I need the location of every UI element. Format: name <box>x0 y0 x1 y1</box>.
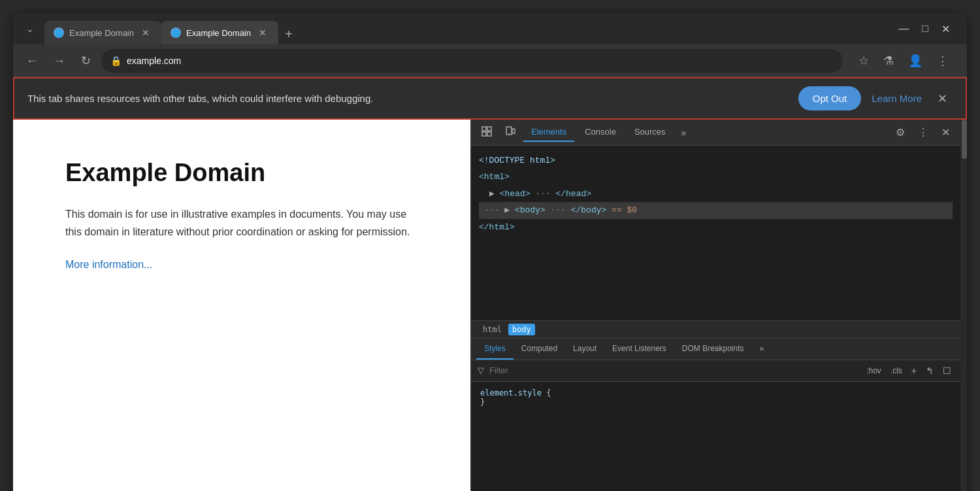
devtools-toolbar: Elements Console Sources » ⚙ ⋮ ✕ <box>471 120 960 146</box>
profile-icon-button[interactable]: 👤 <box>904 50 926 72</box>
inspect-element-icon[interactable] <box>476 122 497 143</box>
dom-line-html: <html> <box>479 169 953 185</box>
filter-add-button[interactable]: + <box>909 364 919 377</box>
more-information-link[interactable]: More information... <box>65 259 152 270</box>
tab-2-close[interactable]: ✕ <box>256 27 269 39</box>
page-content: Example Domain This domain is for use in… <box>13 120 470 491</box>
tab-2-label: Example Domain <box>186 28 251 38</box>
devtools-more-tabs[interactable]: » <box>676 124 692 142</box>
filter-cls[interactable]: .cls <box>888 365 905 376</box>
main-area: Example Domain This domain is for use in… <box>13 120 967 491</box>
address-input-wrap: 🔒 <box>101 49 843 73</box>
styles-tab-more[interactable]: » <box>752 339 772 360</box>
tab-console[interactable]: Console <box>577 123 624 142</box>
scrollbar[interactable] <box>960 120 967 491</box>
styles-tabs-bar: Styles Computed Layout Event Listeners D… <box>471 339 960 360</box>
menu-icon-button[interactable]: ⋮ <box>933 50 953 72</box>
title-bar: ⌄ 🌐 Example Domain ✕ 🌐 Example Domain ✕ … <box>13 13 967 44</box>
filter-new-style-button[interactable]: ↰ <box>923 364 936 377</box>
window-controls: ⌄ <box>18 21 42 37</box>
breadcrumb-bar: html body <box>471 320 960 339</box>
svg-rect-0 <box>482 127 486 131</box>
svg-rect-2 <box>487 127 491 131</box>
page-body-text: This domain is for use in illustrative e… <box>65 205 418 241</box>
styles-content: element.style { } <box>471 382 960 413</box>
devtools-kebab-menu[interactable]: ⋮ <box>913 122 934 143</box>
tab-1-label: Example Domain <box>69 28 134 38</box>
tab-list-button[interactable]: ⌄ <box>22 21 38 37</box>
styles-tab-computed[interactable]: Computed <box>514 339 565 360</box>
devtools-panel: Elements Console Sources » ⚙ ⋮ ✕ <!DOCTY… <box>470 120 960 491</box>
svg-rect-5 <box>512 129 515 133</box>
svg-rect-1 <box>482 132 486 136</box>
close-window-button[interactable]: ✕ <box>936 20 955 38</box>
tab-1-close[interactable]: ✕ <box>139 27 152 39</box>
filter-icon: ▽ <box>478 365 484 375</box>
style-rule-element: element.style { <box>480 388 951 398</box>
style-rule-label: element.style <box>480 388 546 398</box>
style-close-brace: } <box>480 398 485 407</box>
tab-2[interactable]: 🌐 Example Domain ✕ <box>161 21 278 44</box>
devtools-settings-icon[interactable]: ⚙ <box>890 122 910 143</box>
scrollbar-thumb[interactable] <box>962 120 967 159</box>
dom-line-doctype: <!DOCTYPE html> <box>479 152 953 169</box>
tab-1-favicon: 🌐 <box>54 27 64 38</box>
tab-sources[interactable]: Sources <box>627 123 674 142</box>
dom-tree: <!DOCTYPE html> <html> ▶ <head> ··· </he… <box>471 146 960 320</box>
devtools-close-button[interactable]: ✕ <box>936 122 955 143</box>
dom-line-html-close: </html> <box>479 219 953 235</box>
star-icon-button[interactable]: ☆ <box>855 50 873 72</box>
page-title: Example Domain <box>65 159 418 187</box>
filter-hov[interactable]: :hov <box>864 365 884 376</box>
styles-tab-layout[interactable]: Layout <box>565 339 604 360</box>
tab-elements[interactable]: Elements <box>523 123 574 142</box>
svg-point-6 <box>508 133 510 135</box>
notification-text: This tab shares resources with other tab… <box>27 93 788 104</box>
tab-1[interactable]: 🌐 Example Domain ✕ <box>44 21 161 44</box>
address-input[interactable] <box>127 56 834 66</box>
notification-banner: This tab shares resources with other tab… <box>13 77 967 120</box>
breadcrumb-body[interactable]: body <box>508 324 535 335</box>
svg-rect-3 <box>487 132 491 136</box>
breadcrumb-html[interactable]: html <box>479 324 506 335</box>
dom-line-body[interactable]: ··· ▶ <body> ··· </body> == $0 <box>479 202 953 218</box>
maximize-button[interactable]: □ <box>917 20 934 38</box>
address-bar: ← → ↻ 🔒 ☆ ⚗ 👤 ⋮ <box>13 44 967 77</box>
minimize-button[interactable]: — <box>893 20 914 38</box>
browser-window: ⌄ 🌐 Example Domain ✕ 🌐 Example Domain ✕ … <box>13 13 967 491</box>
opt-out-button[interactable]: Opt Out <box>798 86 862 110</box>
security-icon: 🔒 <box>110 56 122 66</box>
styles-tab-styles[interactable]: Styles <box>476 339 514 360</box>
tabs-area: 🌐 Example Domain ✕ 🌐 Example Domain ✕ + <box>44 13 884 44</box>
new-tab-button[interactable]: + <box>278 24 299 44</box>
flask-icon-button[interactable]: ⚗ <box>879 50 898 72</box>
styles-filter-bar: ▽ :hov .cls + ↰ ☐ <box>471 360 960 382</box>
window-action-buttons: — □ ✕ <box>887 20 962 38</box>
dom-line-head[interactable]: ▶ <head> ··· </head> <box>479 186 953 202</box>
refresh-button[interactable]: ↻ <box>76 51 96 71</box>
styles-tab-event-listeners[interactable]: Event Listeners <box>604 339 674 360</box>
style-open-brace: { <box>546 388 551 398</box>
tab-2-favicon: 🌐 <box>171 27 181 38</box>
style-rule-close: } <box>480 398 951 407</box>
filter-toggle-button[interactable]: ☐ <box>940 364 954 377</box>
styles-panel: Styles Computed Layout Event Listeners D… <box>471 339 960 492</box>
device-toolbar-icon[interactable] <box>500 122 521 143</box>
styles-tab-dom-breakpoints[interactable]: DOM Breakpoints <box>674 339 752 360</box>
toolbar-icons: ☆ ⚗ 👤 ⋮ <box>848 50 959 72</box>
learn-more-link[interactable]: Learn More <box>872 93 922 104</box>
styles-filter-input[interactable] <box>489 365 858 375</box>
back-button[interactable]: ← <box>21 51 43 71</box>
banner-close-button[interactable]: ✕ <box>932 89 953 109</box>
forward-button[interactable]: → <box>48 51 71 71</box>
filter-actions: :hov .cls + ↰ ☐ <box>864 364 954 377</box>
